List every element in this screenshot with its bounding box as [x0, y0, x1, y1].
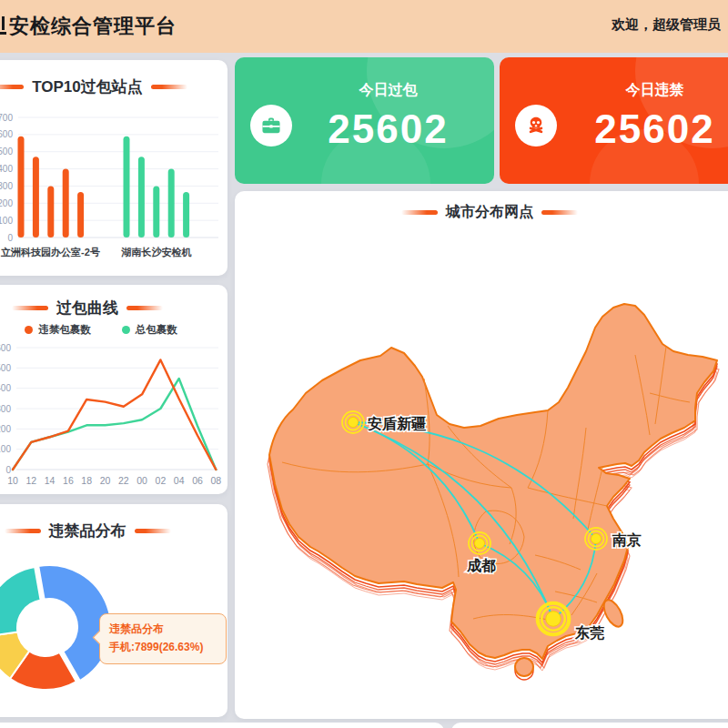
china-mainland-shape	[269, 304, 717, 659]
svg-text:10: 10	[7, 475, 18, 486]
svg-text:200: 200	[0, 198, 13, 208]
svg-text:20: 20	[100, 475, 111, 486]
china-map[interactable]: 安盾新疆成都南京东莞	[235, 191, 728, 719]
donut-tooltip: 违禁品分布 手机:7899(26.63%)	[99, 613, 227, 664]
svg-text:700: 700	[0, 113, 13, 123]
svg-text:100: 100	[0, 216, 13, 226]
card-today-forbidden[interactable]: 今日违禁 25602	[500, 57, 728, 184]
card-label: 今日过包	[289, 81, 487, 100]
card-value: 25602	[554, 106, 728, 152]
svg-text:400: 400	[0, 164, 13, 174]
bottom-panel-edge	[0, 723, 444, 728]
svg-text:南京: 南京	[612, 531, 642, 548]
card-label: 今日违禁	[554, 81, 728, 100]
svg-text:湖南长沙安检机: 湖南长沙安检机	[121, 247, 192, 258]
panel-parcel-curve: 过包曲线 违禁包裹数 总包裹数 010020030040050060010121…	[0, 285, 228, 494]
svg-text:500: 500	[0, 363, 11, 373]
card-value: 25602	[289, 106, 487, 152]
panel-top10-stations: TOP10过包站点 0100200300400500600700立洲科技园办公室…	[0, 60, 228, 276]
svg-text:12: 12	[25, 475, 36, 486]
svg-text:00: 00	[136, 475, 147, 486]
skull-icon	[515, 105, 557, 147]
svg-text:16: 16	[63, 475, 74, 486]
svg-text:600: 600	[0, 129, 13, 139]
tooltip-value: 手机:7899(26.63%)	[109, 639, 217, 657]
svg-text:04: 04	[174, 475, 185, 486]
svg-text:300: 300	[0, 404, 11, 414]
svg-text:22: 22	[118, 475, 129, 486]
page-title: 安检综合管理平台	[9, 13, 177, 40]
bottom-panel-edge	[451, 723, 728, 728]
svg-text:02: 02	[156, 475, 167, 486]
svg-text:成都: 成都	[466, 558, 496, 573]
svg-text:08: 08	[210, 475, 221, 486]
svg-text:立洲科技园办公室-2号: 立洲科技园办公室-2号	[0, 247, 100, 258]
svg-text:0: 0	[5, 465, 11, 475]
dashboard: 安检综合管理平台 欢迎，超级管理员 今日过包 25602	[0, 0, 728, 728]
parcel-line-chart[interactable]: 0100200300400500600101214161820220002040…	[0, 285, 228, 494]
svg-text:东莞: 东莞	[574, 624, 605, 641]
svg-text:600: 600	[0, 343, 11, 353]
title-cut-glyph	[0, 16, 6, 36]
svg-text:0: 0	[7, 233, 13, 243]
hainan-island-shape	[515, 658, 533, 680]
svg-text:14: 14	[45, 475, 56, 486]
svg-text:100: 100	[0, 444, 11, 454]
svg-text:18: 18	[81, 475, 92, 486]
card-today-passed[interactable]: 今日过包 25602	[235, 57, 494, 184]
svg-text:400: 400	[0, 383, 11, 393]
panel-city-network-map: 城市分布网点	[235, 191, 728, 719]
forbidden-donut-chart[interactable]	[0, 504, 228, 717]
svg-text:06: 06	[192, 475, 203, 486]
briefcase-icon	[250, 105, 292, 147]
svg-text:安盾新疆: 安盾新疆	[368, 416, 427, 431]
svg-text:200: 200	[0, 424, 11, 434]
header-bar: 安检综合管理平台 欢迎，超级管理员	[0, 0, 728, 53]
panel-forbidden-distribution: 违禁品分布 违禁品分布 手机:7899(26.63%)	[0, 504, 228, 717]
svg-text:500: 500	[0, 147, 13, 157]
svg-text:300: 300	[0, 181, 13, 191]
tooltip-title: 违禁品分布	[109, 621, 217, 639]
top10-bar-chart[interactable]: 0100200300400500600700立洲科技园办公室-2号湖南长沙安检机	[0, 60, 228, 276]
welcome-text: 欢迎，超级管理员	[612, 16, 721, 34]
